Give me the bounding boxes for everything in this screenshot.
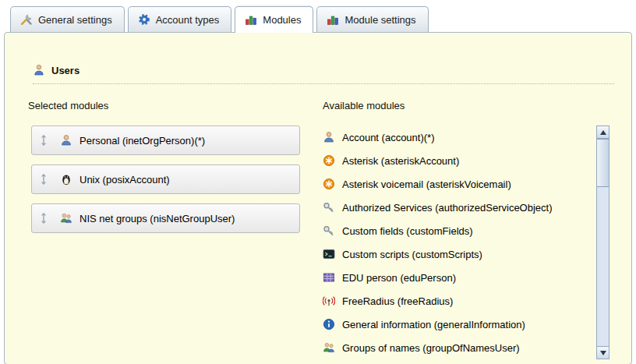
available-modules-column: Available modules Account (account)(*)As… (323, 100, 614, 359)
lam-config-widget: General settings Account types Modules M… (0, 0, 636, 364)
user-icon (33, 64, 45, 76)
selected-module-row[interactable]: Personal (inetOrgPerson)(*) (31, 125, 300, 155)
scrollbar-thumb[interactable] (597, 139, 609, 187)
drag-handle-icon[interactable] (40, 173, 48, 186)
add-module-button[interactable] (574, 271, 586, 284)
tab-bar: General settings Account types Modules M… (4, 6, 632, 32)
selected-module-row[interactable]: Unix (posixAccount) (31, 164, 300, 194)
selected-module-label: Unix (posixAccount) (80, 174, 277, 186)
module-settings-icon (327, 13, 339, 26)
remove-module-button[interactable] (277, 211, 292, 225)
edu-icon (323, 271, 335, 284)
tab-modules[interactable]: Modules (235, 6, 313, 33)
drag-handle-icon[interactable] (40, 212, 48, 224)
terminal-icon (323, 248, 335, 260)
available-module-label: Asterisk voicemail (asteriskVoicemail) (342, 178, 567, 190)
available-module-label: EDU person (eduPerson) (342, 272, 567, 284)
content-panel: Users Selected modules Personal (inetOrg… (4, 32, 632, 364)
available-modules-list: Account (account)(*)Asterisk (asteriskAc… (323, 125, 586, 359)
available-module-row: Asterisk (asteriskAccount) (323, 149, 586, 172)
available-module-row: EDU person (eduPerson) (323, 266, 586, 289)
key-icon (323, 224, 335, 237)
group-icon (323, 341, 335, 354)
up-arrow-icon (600, 130, 606, 135)
scrollbar[interactable] (596, 125, 610, 359)
scrollbar-up-button[interactable] (597, 126, 609, 139)
available-module-label: Account (account)(*) (342, 132, 567, 143)
available-module-label: Custom fields (customFields) (342, 225, 567, 237)
tab-label: General settings (38, 14, 112, 26)
available-modules-wrap: Account (account)(*)Asterisk (asteriskAc… (323, 125, 614, 359)
add-module-button[interactable] (574, 318, 586, 330)
tab-module-settings[interactable]: Module settings (316, 6, 428, 32)
tab-label: Module settings (344, 14, 415, 26)
add-module-button[interactable] (574, 224, 586, 237)
selected-modules-heading: Selected modules (28, 100, 323, 111)
add-module-button[interactable] (574, 341, 586, 354)
person-icon (323, 131, 335, 143)
asterisk-icon (323, 178, 335, 190)
tab-general-settings[interactable]: General settings (10, 6, 125, 32)
available-module-row: Custom scripts (customScripts) (323, 242, 586, 266)
section-title: Users (51, 65, 80, 76)
selected-modules-column: Selected modules Personal (inetOrgPerson… (28, 100, 323, 359)
available-modules-heading: Available modules (323, 100, 614, 111)
available-module-label: Authorized Services (authorizedServiceOb… (342, 202, 567, 214)
available-module-label: Groups of names (groupOfNamesUser) (342, 342, 567, 354)
tab-label: Account types (156, 14, 220, 26)
add-module-button[interactable] (574, 295, 586, 307)
selected-module-label: Personal (inetOrgPerson)(*) (80, 135, 277, 147)
available-module-label: Asterisk (asteriskAccount) (342, 155, 567, 167)
add-module-button[interactable] (574, 178, 586, 190)
remove-module-button[interactable] (277, 172, 292, 186)
add-module-button[interactable] (574, 131, 586, 143)
available-module-row: FreeRadius (freeRadius) (323, 289, 586, 313)
available-module-label: General information (generalInformation) (342, 319, 567, 330)
modules-icon (245, 13, 257, 26)
group-icon (60, 212, 72, 224)
key-icon (323, 201, 335, 214)
info-icon (323, 318, 335, 330)
available-module-row: Custom fields (customFields) (323, 219, 586, 242)
available-module-row: Authorized Services (authorizedServiceOb… (323, 196, 586, 219)
tab-label: Modules (263, 14, 301, 26)
add-module-button[interactable] (574, 248, 586, 260)
scrollbar-down-button[interactable] (597, 346, 609, 359)
antenna-icon (323, 295, 335, 307)
selected-modules-list: Personal (inetOrgPerson)(*)Unix (posixAc… (28, 125, 323, 233)
penguin-icon (60, 173, 72, 186)
available-module-row: General information (generalInformation) (323, 313, 586, 336)
available-module-row: Account (account)(*) (323, 125, 586, 149)
person-icon (60, 134, 72, 147)
tab-account-types[interactable]: Account types (128, 6, 232, 32)
tools-icon (20, 13, 33, 26)
add-module-button[interactable] (574, 201, 586, 214)
selected-module-row[interactable]: NIS net groups (nisNetGroupUser) (31, 203, 300, 233)
available-module-row: Groups of names (groupOfNamesUser) (323, 336, 586, 359)
selected-module-label: NIS net groups (nisNetGroupUser) (80, 213, 277, 224)
gear-icon (138, 13, 150, 26)
available-module-label: Custom scripts (customScripts) (342, 249, 567, 260)
available-module-row: Asterisk voicemail (asteriskVoicemail) (323, 172, 586, 196)
down-arrow-icon (600, 351, 606, 355)
remove-module-button[interactable] (277, 133, 292, 147)
available-module-label: FreeRadius (freeRadius) (342, 295, 567, 307)
drag-handle-icon[interactable] (40, 134, 48, 147)
add-module-button[interactable] (574, 154, 586, 167)
modules-columns: Selected modules Personal (inetOrgPerson… (28, 100, 614, 359)
asterisk-icon (323, 154, 335, 167)
section-header: Users (33, 64, 614, 84)
